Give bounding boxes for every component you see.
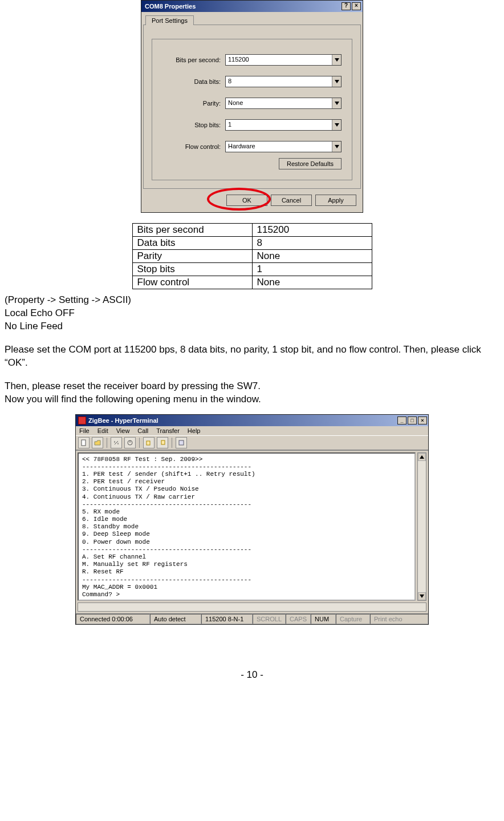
text-line: Now you will find the following opening …: [5, 393, 499, 406]
port-settings-table: Bits per second115200 Data bits8 ParityN…: [132, 223, 372, 289]
data-bits-dropdown[interactable]: 8: [225, 76, 342, 87]
com8-properties-dialog: COM8 Properties ? × Port Settings Bits p…: [141, 0, 363, 213]
text-paragraph: Please set the COM port at 115200 bps, 8…: [5, 343, 499, 370]
dropdown-arrow-icon: [332, 120, 341, 130]
ht-title: ZigBee - HyperTerminal: [88, 417, 397, 424]
table-cell: 115200: [252, 224, 372, 237]
svg-marker-12: [420, 455, 424, 459]
table-cell: None: [252, 276, 372, 289]
svg-marker-3: [335, 123, 339, 127]
ht-statusbar: Connected 0:00:06 Auto detect 115200 8-N…: [76, 613, 428, 624]
new-icon[interactable]: [78, 437, 90, 448]
tab-port-settings[interactable]: Port Settings: [145, 15, 194, 25]
data-bits-label: Data bits:: [162, 78, 225, 85]
status-detect: Auto detect: [150, 614, 201, 624]
dropdown-arrow-icon: [332, 76, 341, 87]
disconnect-icon[interactable]: [124, 437, 136, 448]
flow-control-value: Hardware: [226, 141, 332, 152]
table-row: Stop bits1: [132, 263, 372, 276]
svg-rect-5: [82, 440, 86, 446]
cancel-button[interactable]: Cancel: [271, 195, 312, 206]
menu-help[interactable]: Help: [188, 427, 201, 434]
ht-app-icon: [78, 416, 86, 424]
maximize-button[interactable]: □: [408, 416, 417, 424]
ht-toolbar: [76, 435, 428, 450]
dialog-title: COM8 Properties: [145, 3, 340, 10]
svg-marker-13: [420, 594, 424, 598]
svg-marker-1: [335, 80, 339, 83]
text-line: (Property -> Setting -> ASCII): [5, 294, 499, 307]
restore-defaults-button[interactable]: Restore Defaults: [279, 158, 342, 169]
scroll-down-icon[interactable]: [418, 592, 426, 600]
connect-icon[interactable]: [111, 437, 122, 448]
table-row: ParityNone: [132, 250, 372, 263]
status-caps: CAPS: [286, 614, 311, 624]
dropdown-arrow-icon: [332, 55, 341, 65]
status-capture: Capture: [336, 614, 370, 624]
flow-control-dropdown[interactable]: Hardware: [225, 141, 342, 152]
parity-value: None: [226, 98, 332, 108]
apply-button[interactable]: Apply: [315, 195, 356, 206]
ok-button[interactable]: OK: [226, 195, 267, 206]
scroll-up-icon[interactable]: [418, 453, 426, 461]
dialog-titlebar[interactable]: COM8 Properties ? ×: [141, 1, 363, 12]
menu-view[interactable]: View: [116, 427, 130, 434]
vertical-scrollbar[interactable]: [417, 452, 426, 601]
svg-marker-0: [335, 58, 339, 62]
parity-label: Parity:: [162, 100, 225, 107]
table-cell: Stop bits: [132, 263, 252, 276]
titlebar-close-button[interactable]: ×: [352, 2, 361, 10]
ht-titlebar[interactable]: ZigBee - HyperTerminal _ □ ×: [76, 415, 428, 426]
table-cell: Parity: [132, 250, 252, 263]
text-line: No Line Feed: [5, 320, 499, 333]
menu-transfer[interactable]: Transfer: [156, 427, 180, 434]
flow-control-label: Flow control:: [162, 143, 225, 150]
table-cell: None: [252, 250, 372, 263]
hyperterminal-window: ZigBee - HyperTerminal _ □ × File Edit V…: [75, 414, 429, 625]
stop-bits-dropdown[interactable]: 1: [225, 119, 342, 131]
table-row: Flow controlNone: [132, 276, 372, 289]
scroll-track[interactable]: [418, 461, 426, 592]
page-number: - 10 -: [5, 669, 499, 681]
table-cell: Bits per second: [132, 224, 252, 237]
text-line: Then, please reset the receiver board by…: [5, 380, 499, 393]
status-echo: Print echo: [370, 614, 428, 624]
bits-per-second-dropdown[interactable]: 115200: [225, 54, 342, 66]
titlebar-help-button[interactable]: ?: [342, 2, 351, 10]
table-cell: 8: [252, 237, 372, 250]
terminal-output[interactable]: << 78F8058 RF Test : Sep. 2009>> -------…: [78, 452, 416, 601]
menu-edit[interactable]: Edit: [97, 427, 108, 434]
svg-rect-10: [161, 440, 165, 444]
dropdown-arrow-icon: [332, 141, 341, 152]
menu-call[interactable]: Call: [137, 427, 148, 434]
send-icon[interactable]: [143, 437, 155, 448]
document-body-text: (Property -> Setting -> ASCII) Local Ech…: [5, 294, 499, 406]
stop-bits-label: Stop bits:: [162, 122, 225, 128]
svg-rect-9: [147, 441, 150, 445]
stop-bits-value: 1: [226, 120, 332, 130]
dropdown-arrow-icon: [332, 98, 341, 108]
properties-icon[interactable]: [176, 437, 187, 448]
svg-rect-11: [179, 440, 184, 445]
data-bits-value: 8: [226, 76, 332, 87]
bits-per-second-value: 115200: [226, 55, 332, 65]
svg-marker-4: [335, 145, 339, 148]
parity-dropdown[interactable]: None: [225, 98, 342, 109]
table-row: Data bits8: [132, 237, 372, 250]
open-icon[interactable]: [92, 437, 103, 448]
menu-file[interactable]: File: [79, 427, 90, 434]
status-connected: Connected 0:00:06: [76, 614, 150, 624]
status-num: NUM: [311, 614, 336, 624]
svg-marker-6: [95, 440, 100, 445]
table-row: Bits per second115200: [132, 224, 372, 237]
close-button[interactable]: ×: [418, 416, 427, 424]
text-line: Local Echo OFF: [5, 307, 499, 320]
minimize-button[interactable]: _: [397, 416, 407, 424]
svg-marker-2: [335, 102, 339, 105]
table-cell: 1: [252, 263, 372, 276]
receive-icon[interactable]: [157, 437, 168, 448]
status-scroll: SCROLL: [253, 614, 286, 624]
table-cell: Data bits: [132, 237, 252, 250]
status-config: 115200 8-N-1: [201, 614, 253, 624]
horizontal-scrollbar[interactable]: [78, 602, 426, 612]
